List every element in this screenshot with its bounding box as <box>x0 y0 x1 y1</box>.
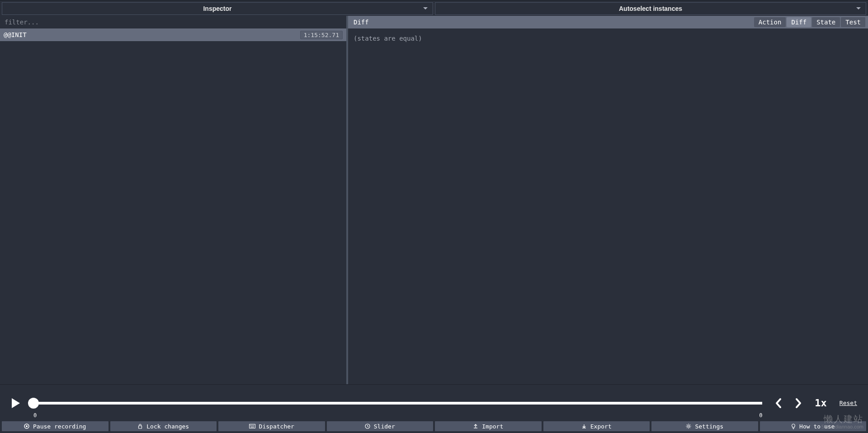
slider-label: Slider <box>374 423 395 430</box>
upload-icon <box>473 424 478 429</box>
dispatcher-label: Dispatcher <box>259 423 294 430</box>
action-list-pane: @@INIT 1:15:52.71 <box>0 16 348 384</box>
keyboard-icon <box>249 424 255 428</box>
inspector-header-title: Diff <box>354 19 369 26</box>
lock-changes-label: Lock changes <box>146 423 189 430</box>
svg-line-18 <box>687 427 688 428</box>
svg-rect-5 <box>250 425 251 426</box>
bottom-toolbar: Pause recording Lock changes Dispatcher … <box>0 421 868 433</box>
view-diff-button[interactable]: Diff <box>787 17 811 27</box>
svg-line-15 <box>687 424 688 425</box>
download-icon <box>581 424 587 429</box>
lock-icon <box>137 424 143 429</box>
tab-instances-label: Autoselect instances <box>619 5 682 12</box>
how-to-use-label: How to use <box>799 423 835 430</box>
svg-line-17 <box>690 424 690 425</box>
view-test-button[interactable]: Test <box>841 17 865 27</box>
svg-point-10 <box>688 425 689 427</box>
playback-speed[interactable]: 1x <box>815 397 827 409</box>
filter-input[interactable] <box>0 16 346 28</box>
settings-label: Settings <box>695 423 723 430</box>
export-label: Export <box>590 423 612 430</box>
svg-line-16 <box>690 427 690 428</box>
slider-handle[interactable] <box>28 398 39 409</box>
lock-changes-button[interactable]: Lock changes <box>110 421 217 431</box>
action-timestamp: 1:15:52.71 <box>300 31 343 39</box>
caret-down-icon[interactable] <box>856 7 861 10</box>
slider-track <box>33 402 762 405</box>
slider-end-label: 0 <box>759 412 762 419</box>
inspector-header: Diff Action Diff State Test <box>348 16 868 28</box>
svg-point-1 <box>26 425 28 427</box>
gear-icon <box>686 424 691 429</box>
import-label: Import <box>482 423 503 430</box>
svg-rect-8 <box>253 425 254 426</box>
svg-rect-6 <box>251 425 252 426</box>
reset-button[interactable]: Reset <box>840 400 857 406</box>
action-name: @@INIT <box>4 31 27 38</box>
pause-recording-label: Pause recording <box>33 423 86 430</box>
step-back-icon[interactable] <box>775 398 782 409</box>
inspector-pane: Diff Action Diff State Test (states are … <box>348 16 868 384</box>
how-to-use-button[interactable]: How to use <box>760 421 867 431</box>
view-state-button[interactable]: State <box>812 17 840 27</box>
view-switcher: Action Diff State Test <box>754 17 865 27</box>
svg-rect-3 <box>249 424 255 428</box>
slider-button[interactable]: Slider <box>327 421 434 431</box>
svg-rect-2 <box>139 426 142 428</box>
play-icon[interactable] <box>11 397 21 409</box>
tab-inspector[interactable]: Inspector <box>2 2 433 15</box>
export-button[interactable]: Export <box>543 421 650 431</box>
settings-button[interactable]: Settings <box>651 421 758 431</box>
tab-instances[interactable]: Autoselect instances <box>435 2 866 15</box>
step-forward-icon[interactable] <box>795 398 802 409</box>
timeline-slider[interactable]: 0 0 <box>33 392 762 414</box>
pause-recording-button[interactable]: Pause recording <box>2 421 108 431</box>
caret-down-icon[interactable] <box>423 7 428 10</box>
svg-rect-7 <box>252 425 253 426</box>
playback-bar: 0 0 1x Reset <box>0 384 868 421</box>
tab-inspector-label: Inspector <box>203 5 231 12</box>
svg-rect-4 <box>250 427 254 428</box>
record-icon <box>24 424 29 429</box>
slider-start-label: 0 <box>33 412 37 419</box>
view-action-button[interactable]: Action <box>754 17 786 27</box>
action-row[interactable]: @@INIT 1:15:52.71 <box>0 28 346 41</box>
diff-body: (states are equal) <box>348 28 868 48</box>
dispatcher-button[interactable]: Dispatcher <box>218 421 325 431</box>
lightbulb-icon <box>791 424 796 429</box>
clock-icon <box>365 424 370 429</box>
import-button[interactable]: Import <box>435 421 542 431</box>
